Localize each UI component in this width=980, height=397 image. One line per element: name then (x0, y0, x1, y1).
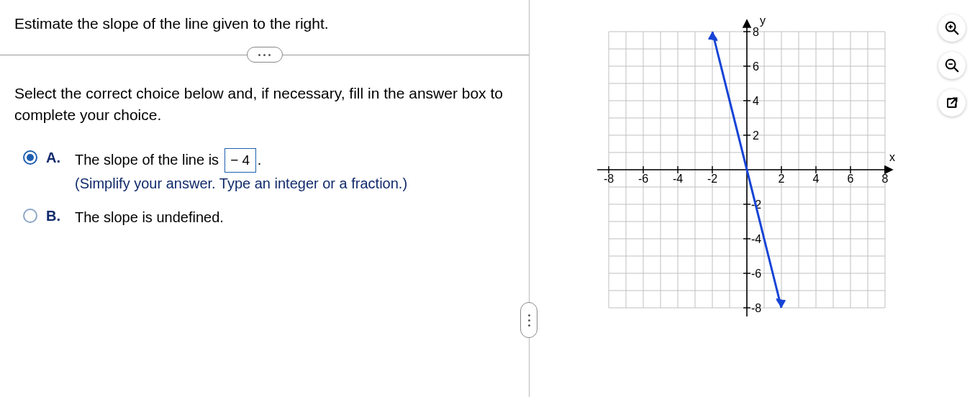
tick-y-p4: 4 (753, 95, 759, 107)
tick-x-pos2: 2 (779, 173, 785, 185)
choice-a: A. The slope of the line is − 4. (Simpli… (23, 148, 514, 194)
tick-x-pos4: 4 (813, 173, 820, 185)
choice-a-label: A. (46, 150, 66, 166)
question-panel: Estimate the slope of the line given to … (0, 0, 529, 397)
y-axis-label: y (760, 14, 766, 27)
svg-marker-37 (743, 20, 750, 27)
choice-b: B. The slope is undefined. (23, 206, 514, 229)
figure-panel: -8 -6 -4 -2 2 4 6 8 8 6 4 2 -2 -4 (530, 0, 980, 397)
graph: -8 -6 -4 -2 2 4 6 8 8 6 4 2 -2 -4 (587, 14, 897, 331)
tick-y-p2: 2 (753, 129, 759, 142)
more-options-button[interactable] (247, 47, 283, 63)
dot-icon (268, 54, 271, 56)
choice-b-text: The slope is undefined. (75, 209, 224, 225)
tick-y-n4: -4 (751, 233, 761, 245)
answer-input[interactable]: − 4 (224, 148, 256, 172)
tick-x-pos6: 6 (848, 173, 854, 185)
svg-line-62 (954, 68, 958, 72)
tick-x-neg6: -6 (638, 173, 648, 185)
open-in-new-icon (945, 96, 959, 110)
open-new-window-button[interactable] (938, 89, 966, 117)
tick-x-neg2: -2 (707, 173, 717, 185)
tick-x-pos8: 8 (882, 173, 889, 185)
zoom-in-icon (944, 20, 960, 36)
question-text: Estimate the slope of the line given to … (14, 13, 514, 34)
radio-a[interactable] (23, 150, 37, 165)
divider (0, 47, 529, 64)
tick-x-neg8: -8 (604, 173, 614, 185)
graph-svg: -8 -6 -4 -2 2 4 6 8 8 6 4 2 -2 -4 (587, 14, 897, 331)
zoom-in-button[interactable] (938, 14, 966, 42)
tick-y-n6: -6 (751, 268, 761, 280)
tick-x-neg4: -4 (673, 173, 683, 185)
dot-icon (263, 54, 266, 56)
svg-line-58 (954, 30, 958, 35)
choice-a-text-before: The slope of the line is (75, 152, 223, 168)
zoom-out-icon (944, 58, 960, 73)
graph-tools (938, 14, 966, 117)
tick-y-p6: 6 (753, 60, 759, 73)
choice-a-hint: (Simplify your answer. Type an integer o… (75, 175, 407, 191)
instruction-text: Select the correct choice below and, if … (14, 83, 514, 125)
choice-b-label: B. (46, 208, 66, 224)
radio-b[interactable] (23, 209, 37, 223)
choice-a-text-after: . (258, 152, 262, 168)
zoom-out-button[interactable] (938, 52, 966, 79)
dot-icon (258, 54, 260, 56)
choices-list: A. The slope of the line is − 4. (Simpli… (14, 148, 514, 228)
tick-y-n8: -8 (751, 302, 761, 314)
tick-y-p8: 8 (753, 26, 759, 38)
x-axis-label: x (889, 151, 895, 163)
